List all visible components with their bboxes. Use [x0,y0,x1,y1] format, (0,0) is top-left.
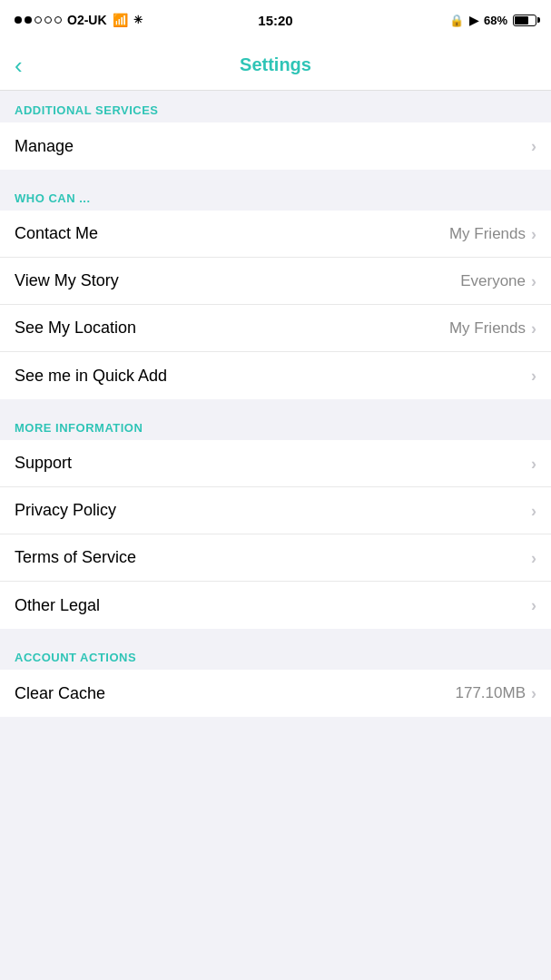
view-story-right: Everyone › [460,272,536,290]
battery-icon [513,15,536,26]
nav-bar: ‹ Settings [0,40,551,91]
battery-percent: 68% [484,14,507,27]
privacy-policy-right: › [531,503,536,519]
view-story-label: View My Story [15,271,119,290]
quick-add-right: › [531,368,536,384]
list-item-privacy-policy[interactable]: Privacy Policy › [0,487,551,534]
section-more-info-header: MORE INFORMATION [0,408,551,440]
contact-me-label: Contact Me [15,224,98,243]
other-legal-label: Other Legal [15,596,100,615]
see-location-label: See My Location [15,318,136,338]
list-item-clear-cache[interactable]: Clear Cache 177.10MB › [0,670,551,717]
list-item-see-location[interactable]: See My Location My Friends › [0,305,551,352]
location-icon: ▶ [469,14,478,27]
quick-add-label: See me in Quick Add [15,367,167,386]
list-item-manage[interactable]: Manage › [0,122,551,170]
contact-me-chevron: › [531,226,536,242]
settings-content: ADDITIONAL SERVICES Manage › WHO CAN ...… [0,91,551,717]
support-chevron: › [531,456,536,472]
divider-1 [0,170,551,179]
contact-me-value: My Friends [449,225,526,243]
divider-2 [0,399,551,408]
clear-cache-right: 177.10MB › [456,684,537,702]
terms-right: › [531,550,536,566]
other-legal-right: › [531,597,536,613]
view-story-chevron: › [531,273,536,289]
list-item-quick-add[interactable]: See me in Quick Add › [0,352,551,399]
time-display: 15:20 [258,13,292,28]
section-account-actions: Clear Cache 177.10MB › [0,670,551,717]
activity-icon: ✳ [133,14,143,26]
clear-cache-value: 177.10MB [456,684,526,702]
list-item-contact-me[interactable]: Contact Me My Friends › [0,211,551,258]
terms-chevron: › [531,550,536,566]
status-left: O2-UK 📶 ✳ [15,13,143,27]
see-location-chevron: › [531,320,536,337]
page-title: Settings [240,54,311,75]
carrier-label: O2-UK [67,13,107,27]
wifi-icon: 📶 [113,13,128,27]
status-bar: O2-UK 📶 ✳ 15:20 🔒 ▶ 68% [0,0,551,40]
see-location-right: My Friends › [449,319,536,338]
manage-label: Manage [15,137,74,156]
section-who-can: Contact Me My Friends › View My Story Ev… [0,211,551,399]
section-who-can-header: WHO CAN ... [0,179,551,211]
list-item-support[interactable]: Support › [0,440,551,487]
list-item-view-story[interactable]: View My Story Everyone › [0,258,551,305]
section-additional-services: Manage › [0,122,551,170]
other-legal-chevron: › [531,597,536,613]
see-location-value: My Friends [449,319,526,338]
quick-add-chevron: › [531,368,536,384]
section-account-actions-header: ACCOUNT ACTIONS [0,638,551,670]
support-right: › [531,456,536,472]
manage-chevron: › [531,138,536,154]
manage-right: › [531,138,536,154]
section-more-info: Support › Privacy Policy › Terms of Serv… [0,440,551,629]
divider-3 [0,629,551,638]
clear-cache-label: Clear Cache [15,684,105,703]
privacy-policy-chevron: › [531,503,536,519]
back-button[interactable]: ‹ [15,54,23,77]
support-label: Support [15,454,72,473]
terms-label: Terms of Service [15,548,136,567]
contact-me-right: My Friends › [449,225,536,243]
status-right: 🔒 ▶ 68% [449,14,536,27]
clear-cache-chevron: › [531,685,536,701]
lock-icon: 🔒 [449,14,464,27]
view-story-value: Everyone [460,272,526,290]
list-item-other-legal[interactable]: Other Legal › [0,582,551,629]
list-item-terms[interactable]: Terms of Service › [0,534,551,582]
privacy-policy-label: Privacy Policy [15,501,116,520]
section-additional-services-header: ADDITIONAL SERVICES [0,91,551,122]
